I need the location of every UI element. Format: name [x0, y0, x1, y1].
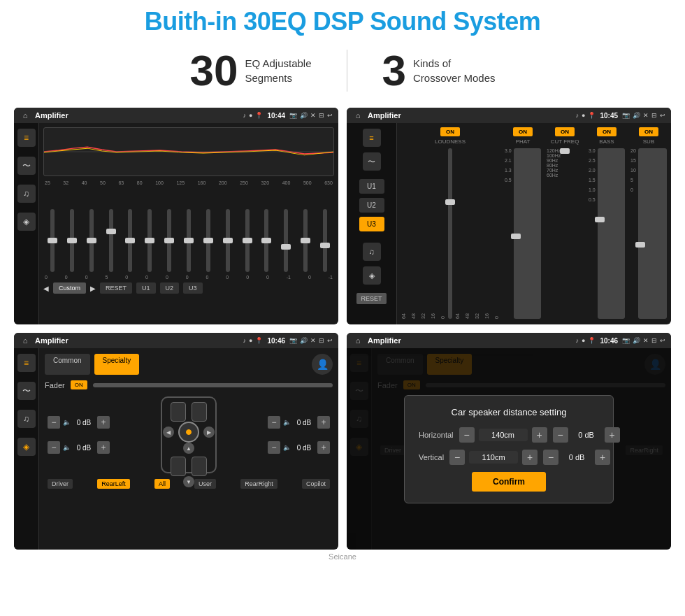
home-icon[interactable]: ⌂ [20, 110, 31, 121]
down-arrow[interactable]: ▼ [183, 476, 194, 487]
copilot-btn[interactable]: Copilot [302, 479, 330, 489]
up-arrow[interactable]: ▲ [183, 443, 194, 454]
custom-btn[interactable]: Custom [53, 282, 86, 294]
eq2-icon[interactable]: ≡ [363, 129, 381, 147]
back-icon[interactable]: ↩ [327, 112, 333, 119]
vertical-minus[interactable]: − [449, 450, 465, 465]
eq-slider-8[interactable] [180, 209, 198, 272]
cutfreq-toggle[interactable]: ON [555, 127, 575, 136]
close-icon[interactable]: ✕ [310, 112, 316, 119]
confirm-button[interactable]: Confirm [472, 472, 546, 492]
x2-icon[interactable]: ✕ [643, 112, 649, 119]
eq-slider-6[interactable] [140, 209, 159, 272]
user-btn[interactable]: User [194, 479, 216, 489]
screen4-home-icon[interactable]: ⌂ [352, 335, 363, 346]
spk2-ctrl[interactable]: ◈ [363, 266, 381, 285]
min2-icon[interactable]: ⊟ [651, 112, 657, 119]
u3-btn[interactable]: U3 [183, 282, 203, 294]
x3-icon[interactable]: ✕ [310, 337, 316, 344]
eq-slider-1[interactable] [43, 209, 62, 272]
eq-slider-5[interactable] [121, 209, 139, 272]
rearleft-btn[interactable]: RearLeft [97, 479, 130, 489]
vol-icon[interactable]: ♫ [17, 185, 36, 203]
reset-btn[interactable]: RESET [100, 282, 132, 294]
fader-slider[interactable] [93, 383, 333, 387]
fl-minus[interactable]: − [48, 416, 60, 429]
phat-slider[interactable] [514, 148, 541, 319]
eq-slider-14[interactable] [296, 209, 315, 272]
common-tab[interactable]: Common [45, 354, 90, 375]
fr-plus[interactable]: + [317, 416, 330, 429]
all-btn[interactable]: All [154, 479, 170, 489]
fl-plus[interactable]: + [97, 416, 110, 429]
profile-icon[interactable]: 👤 [312, 354, 333, 375]
eq-slider-4[interactable] [102, 209, 120, 272]
minimize-icon[interactable]: ⊟ [319, 112, 324, 119]
spk-icon[interactable]: ◈ [17, 213, 36, 231]
vertical-plus[interactable]: + [522, 450, 538, 465]
eq-slider-12[interactable] [257, 209, 275, 272]
eq-slider-15[interactable] [316, 209, 334, 272]
u2-btn[interactable]: U2 [160, 282, 180, 294]
wave2-icon[interactable]: 〜 [363, 152, 381, 171]
eq-slider-9[interactable] [199, 209, 217, 272]
eq-slider-2[interactable] [63, 209, 81, 272]
wave3-icon[interactable]: 〜 [17, 382, 36, 400]
sub-toggle[interactable]: ON [639, 127, 658, 136]
left-u-controls: ≡ 〜 U1 U2 U3 ♫ ◈ RESET [347, 123, 397, 324]
eq3-icon[interactable]: ≡ [17, 354, 36, 372]
rl-minus[interactable]: − [48, 441, 60, 454]
vdb-plus[interactable]: + [595, 450, 610, 465]
spk3-ctrl[interactable]: ◈ [17, 438, 36, 456]
vol3-ctrl[interactable]: ♫ [17, 410, 36, 428]
vdb-minus[interactable]: − [543, 450, 558, 465]
screen2-home-icon[interactable]: ⌂ [352, 110, 363, 121]
phat-toggle[interactable]: ON [513, 127, 533, 136]
loudness-slider[interactable] [448, 148, 452, 319]
eq-slider-10[interactable] [219, 209, 237, 272]
next-icon[interactable]: ▶ [90, 285, 96, 292]
eq-icon[interactable]: ≡ [17, 129, 36, 147]
driver-btn[interactable]: Driver [48, 479, 73, 489]
rl-plus[interactable]: + [97, 441, 110, 454]
horizontal-plus[interactable]: + [532, 427, 547, 443]
bass-slider[interactable] [598, 148, 625, 319]
screen2-status-bar: ⌂ Amplifier ♪ ● 📍 10:45 📷 🔊 ✕ ⊟ ↩ [347, 108, 671, 123]
feature2-text: Kinds ofCrossover Modes [413, 56, 496, 85]
eq-slider-7[interactable] [160, 209, 178, 272]
horizontal-row: Horizontal − 140cm + − 0 dB + [419, 427, 599, 443]
loudness-toggle[interactable]: ON [440, 127, 460, 136]
back3-icon[interactable]: ↩ [327, 337, 333, 344]
prev-icon[interactable]: ◀ [43, 285, 49, 292]
sub-slider[interactable] [638, 148, 667, 319]
u2-button[interactable]: U2 [359, 198, 384, 213]
horizontal-minus[interactable]: − [459, 427, 475, 443]
min3-icon[interactable]: ⊟ [319, 337, 324, 344]
vol2-ctrl[interactable]: ♫ [363, 243, 381, 261]
hdb-plus[interactable]: + [605, 427, 620, 443]
u1-button[interactable]: U1 [359, 179, 384, 194]
right-arrow[interactable]: ▶ [203, 427, 215, 438]
u3-button[interactable]: U3 [359, 217, 384, 231]
fader-toggle[interactable]: ON [71, 380, 87, 389]
screen2-reset[interactable]: RESET [356, 293, 386, 304]
bass-toggle[interactable]: ON [597, 127, 616, 136]
hdb-minus[interactable]: − [553, 427, 568, 443]
eq-slider-11[interactable] [238, 209, 257, 272]
fr-minus[interactable]: − [268, 416, 280, 429]
rr-minus[interactable]: − [268, 441, 280, 454]
rearright-btn[interactable]: RearRight [240, 479, 277, 489]
screen3-home-icon[interactable]: ⌂ [20, 335, 31, 346]
min4-icon[interactable]: ⊟ [651, 337, 657, 344]
u1-btn[interactable]: U1 [136, 282, 156, 294]
x4-icon[interactable]: ✕ [643, 337, 649, 344]
rr-plus[interactable]: + [317, 441, 330, 454]
wave-icon[interactable]: 〜 [17, 157, 36, 175]
back4-icon[interactable]: ↩ [660, 337, 665, 344]
eq-slider-13[interactable] [277, 209, 295, 272]
eq-slider-3[interactable] [82, 209, 101, 272]
left-arrow[interactable]: ◀ [163, 427, 174, 438]
back2-icon[interactable]: ↩ [660, 112, 665, 119]
specialty-tab[interactable]: Specialty [94, 354, 140, 375]
screen1-time: 10:44 [267, 112, 285, 120]
